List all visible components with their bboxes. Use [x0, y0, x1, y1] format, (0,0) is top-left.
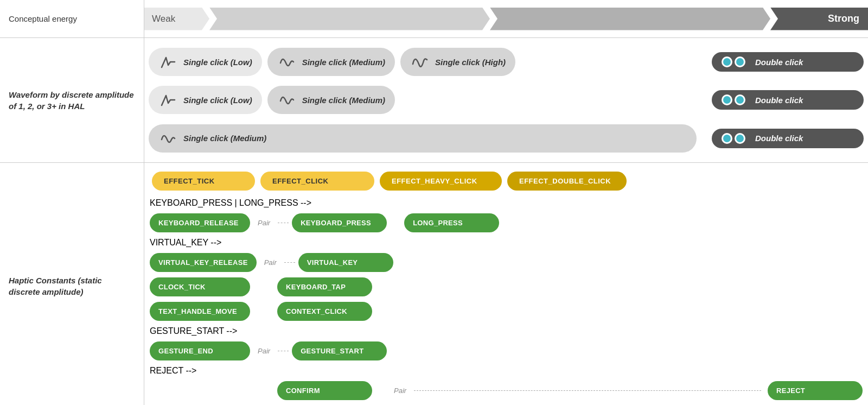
dot-5	[722, 133, 732, 144]
waveform-row-1: Single click (Low) Single click (Medium)…	[144, 48, 868, 76]
haptic-row-clock: CLOCK_TICK KEYBOARD_TAP	[150, 277, 863, 296]
virtual-key-cell: VIRTUAL_KEY	[298, 253, 393, 272]
badge-effect-click[interactable]: EFFECT_CLICK	[260, 172, 374, 191]
reject-cell: REJECT	[768, 381, 863, 400]
pill-single-medium-3[interactable]: Single click (Medium)	[149, 124, 697, 153]
energy-bar: Weak Strong	[144, 8, 868, 30]
gesture-start-pill[interactable]: GESTURE_START	[292, 341, 387, 360]
double-click-icon-1	[722, 56, 745, 67]
clock-tick-pill[interactable]: CLOCK_TICK	[150, 277, 250, 296]
pill-single-low-2[interactable]: Single click (Low)	[149, 86, 262, 114]
pill-single-high-1[interactable]: Single click (High)	[400, 48, 515, 76]
keyboard-release-cell: KEYBOARD_RELEASE	[150, 213, 250, 232]
text-handle-move-cell: TEXT_HANDLE_MOVE	[150, 302, 250, 321]
dot-1	[722, 56, 732, 67]
pair-line-2	[284, 262, 295, 263]
dot-2	[735, 56, 745, 67]
pair-label-keyboard: Pair	[258, 219, 270, 227]
dot-4	[735, 94, 745, 105]
pill-double-click-2[interactable]: Double click	[712, 90, 864, 110]
pair-label-confirm: Pair	[394, 387, 406, 395]
header-heavy-col: EFFECT_HEAVY_CLICK	[380, 172, 502, 191]
text-handle-move-pill[interactable]: TEXT_HANDLE_MOVE	[150, 302, 250, 321]
waveform-high-icon	[410, 52, 430, 72]
virtual-key-pill[interactable]: VIRTUAL_KEY	[298, 253, 393, 272]
left-labels: Conceptual energy Waveform by discrete a…	[0, 0, 144, 405]
pair-line-3	[278, 351, 289, 351]
waveform-medium-icon-2	[277, 90, 297, 110]
context-click-pill[interactable]: CONTEXT_CLICK	[277, 302, 372, 321]
energy-mid1	[209, 8, 490, 30]
haptic-headers: EFFECT_TICK EFFECT_CLICK EFFECT_HEAVY_CL…	[150, 172, 863, 191]
haptic-row-keyboard: KEYBOARD_RELEASE Pair KEYBOARD_PRESS LON…	[150, 213, 863, 232]
keyboard-tap-cell: KEYBOARD_TAP	[277, 277, 372, 296]
haptic-row-virtual: VIRTUAL_KEY_RELEASE Pair VIRTUAL_KEY	[150, 253, 863, 272]
long-press-cell: LONG_PRESS	[404, 213, 499, 232]
context-click-cell: CONTEXT_CLICK	[277, 302, 372, 321]
keyboard-release-pill[interactable]: KEYBOARD_RELEASE	[150, 213, 250, 232]
energy-mid2	[490, 8, 770, 30]
waveform-label: Waveform by discrete amplitude of 1, 2, …	[0, 38, 144, 163]
right-content: Weak Strong Single click (Low)	[144, 0, 868, 405]
gesture-start-cell: GESTURE_START	[292, 341, 387, 360]
badge-effect-double[interactable]: EFFECT_DOUBLE_CLICK	[507, 172, 627, 191]
virtual-key-release-pill[interactable]: VIRTUAL_KEY_RELEASE	[150, 253, 257, 272]
confirm-pill[interactable]: CONFIRM	[277, 381, 372, 400]
waveform-low-icon-2	[158, 90, 178, 110]
haptic-rows: KEYBOARD_PRESS | LONG_PRESS --> KEYBOARD…	[150, 198, 863, 400]
pair-label-gesture: Pair	[258, 347, 270, 355]
energy-strong: Strong	[770, 8, 868, 30]
badge-effect-heavy[interactable]: EFFECT_HEAVY_CLICK	[380, 172, 502, 191]
reject-pill[interactable]: REJECT	[768, 381, 863, 400]
keyboard-press-pill[interactable]: KEYBOARD_PRESS	[292, 213, 387, 232]
gesture-end-pill[interactable]: GESTURE_END	[150, 341, 250, 360]
waveform-row-2: Single click (Low) Single click (Medium)	[144, 86, 868, 114]
badge-effect-tick[interactable]: EFFECT_TICK	[152, 172, 255, 191]
waveform-section: Single click (Low) Single click (Medium)…	[144, 38, 868, 163]
keyboard-press-cell: KEYBOARD_PRESS	[292, 213, 387, 232]
header-click-col: EFFECT_CLICK	[260, 172, 374, 191]
pair-line-1	[278, 223, 289, 223]
pill-double-click-1[interactable]: Double click	[712, 52, 864, 72]
haptic-row-text: TEXT_HANDLE_MOVE CONTEXT_CLICK	[150, 302, 863, 321]
keyboard-tap-pill[interactable]: KEYBOARD_TAP	[277, 277, 372, 296]
pair-label-virtual: Pair	[264, 258, 277, 267]
waveform-low-icon	[158, 52, 178, 72]
energy-row: Weak Strong	[144, 0, 868, 38]
pill-single-medium-1[interactable]: Single click (Medium)	[267, 48, 395, 76]
long-press-pill[interactable]: LONG_PRESS	[404, 213, 499, 232]
conceptual-energy-label: Conceptual energy	[0, 0, 144, 38]
header-tick-col: EFFECT_TICK	[152, 172, 255, 191]
dot-3	[722, 94, 732, 105]
clock-tick-cell: CLOCK_TICK	[150, 277, 250, 296]
pill-single-low-1[interactable]: Single click (Low)	[149, 48, 262, 76]
haptic-row-confirm: CONFIRM Pair REJECT	[150, 381, 863, 400]
haptic-label: Haptic Constants (static discrete amplit…	[0, 163, 144, 405]
header-double-col: EFFECT_DOUBLE_CLICK	[507, 172, 627, 191]
waveform-medium-icon-3	[158, 129, 178, 148]
waveform-medium-icon	[277, 52, 297, 72]
pair-line-confirm	[414, 390, 761, 391]
dot-6	[735, 133, 745, 144]
waveform-row-3: Single click (Medium) Double click	[144, 124, 868, 153]
haptic-section: EFFECT_TICK EFFECT_CLICK EFFECT_HEAVY_CL…	[144, 163, 868, 405]
double-click-icon-3	[722, 133, 745, 144]
pill-single-medium-2[interactable]: Single click (Medium)	[267, 86, 395, 114]
confirm-cell: CONFIRM	[277, 381, 372, 400]
main-container: Conceptual energy Waveform by discrete a…	[0, 0, 868, 405]
pill-double-click-3[interactable]: Double click	[712, 129, 864, 148]
virtual-key-release-cell: VIRTUAL_KEY_RELEASE	[150, 253, 257, 272]
haptic-row-gesture: GESTURE_END Pair GESTURE_START	[150, 341, 863, 360]
gesture-end-cell: GESTURE_END	[150, 341, 250, 360]
double-click-icon-2	[722, 94, 745, 105]
energy-weak: Weak	[144, 8, 209, 30]
